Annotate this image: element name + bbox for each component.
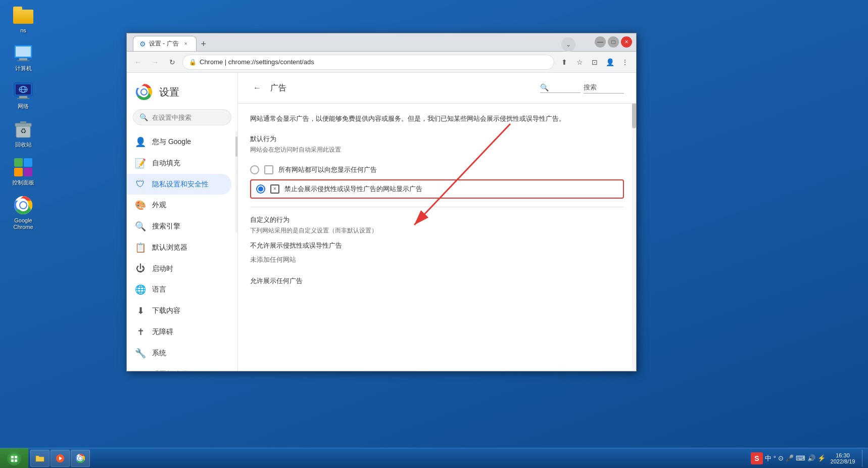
tray-icon-1: ° bbox=[774, 454, 776, 462]
svg-rect-10 bbox=[17, 98, 29, 99]
show-desktop[interactable] bbox=[862, 450, 865, 467]
divider bbox=[250, 207, 624, 207]
taskbar: S 中 ° ⊙ 🎤 ⌨ 🔊 ⚡ 16:30 2022/8/19 bbox=[0, 448, 868, 468]
sidebar-item-downloads[interactable]: ⬇ 下载内容 bbox=[127, 300, 231, 321]
back-button[interactable]: ← bbox=[131, 55, 145, 69]
sidebar-item-search-engine[interactable]: 🔍 搜索引擎 bbox=[127, 216, 231, 237]
sidebar-nav: 👤 您与 Google 📝 自动填充 🛡 隐私设置和安全性 🎨 外观 bbox=[127, 131, 237, 371]
taskbar-item-player[interactable] bbox=[51, 450, 70, 467]
option-allow-all-label: 所有网站都可以向您显示任何广告 bbox=[278, 165, 377, 174]
desktop-icon-ns[interactable]: ns bbox=[5, 5, 41, 34]
sidebar-item-reset[interactable]: ↺ 重置并清理 bbox=[127, 364, 231, 371]
tray-icon-3: 🎤 bbox=[786, 454, 794, 462]
taskbar-clock: 16:30 2022/8/19 bbox=[828, 452, 858, 464]
icon-label-recycle: 回收站 bbox=[15, 142, 32, 148]
sidebar-item-system[interactable]: 🔧 系统 bbox=[127, 343, 231, 364]
ads-body: 网站通常会显示广告，以便能够免费提供内容或服务。但是，我们已知某些网站会展示侵扰… bbox=[238, 104, 636, 299]
control-panel-icon bbox=[13, 157, 33, 177]
default-behavior-desc: 网站会在您访问时自动采用此设置 bbox=[250, 146, 624, 154]
svg-point-24 bbox=[141, 89, 147, 95]
svg-rect-9 bbox=[19, 96, 27, 98]
svg-rect-16 bbox=[24, 158, 32, 167]
close-button[interactable]: × bbox=[621, 36, 632, 48]
sidebar-item-autofill[interactable]: 📝 自动填充 bbox=[127, 153, 231, 174]
desktop-icon-network[interactable]: 网络 bbox=[5, 81, 41, 110]
folder-icon bbox=[13, 5, 33, 25]
settings-search-bar[interactable]: 🔍 bbox=[133, 109, 231, 125]
settings-title: 设置 bbox=[159, 85, 179, 99]
maximize-button[interactable]: □ bbox=[608, 36, 619, 48]
sidebar-item-appearance[interactable]: 🎨 外观 bbox=[127, 195, 231, 216]
account-button[interactable]: 👤 bbox=[603, 55, 617, 69]
ads-page-header: ← 广告 🔍 搜索 bbox=[238, 73, 636, 104]
checkbox-allow-all bbox=[264, 165, 273, 174]
address-bar[interactable]: 🔒 Chrome | chrome://settings/content/ads bbox=[182, 55, 554, 70]
person-icon: 👤 bbox=[135, 136, 146, 148]
start-button[interactable] bbox=[0, 448, 28, 469]
desktop-icon-computer[interactable]: 计算机 bbox=[5, 43, 41, 72]
bookmark-button[interactable]: ☆ bbox=[572, 55, 587, 69]
custom-behavior-label: 自定义的行为 bbox=[250, 215, 624, 224]
appearance-icon: 🎨 bbox=[135, 200, 146, 211]
clock-time: 16:30 bbox=[836, 452, 850, 458]
default-behavior-label: 默认行为 bbox=[250, 134, 624, 144]
desktop-icon-recycle[interactable]: ♻ 回收站 bbox=[5, 119, 41, 148]
radio-block-intrusive[interactable] bbox=[256, 184, 265, 194]
tray-icon-5: 🔊 bbox=[807, 454, 815, 462]
svg-rect-2 bbox=[19, 58, 27, 60]
search-icon: 🔍 bbox=[139, 113, 148, 121]
window-controls: — □ × bbox=[595, 36, 632, 48]
ads-search-label: 搜索 bbox=[584, 83, 624, 93]
svg-rect-13 bbox=[20, 121, 26, 124]
tab-favicon: ⚙ bbox=[139, 40, 146, 48]
sidebar-item-language[interactable]: 🌐 语言 bbox=[127, 279, 231, 300]
split-button[interactable]: ⊡ bbox=[588, 55, 602, 69]
sogou-icon[interactable]: S bbox=[751, 452, 763, 464]
checkbox-block-intrusive: × bbox=[270, 184, 279, 194]
clock-date: 2022/8/19 bbox=[831, 458, 855, 464]
svg-rect-29 bbox=[15, 456, 17, 458]
ads-search[interactable]: 🔍 搜索 bbox=[540, 83, 624, 93]
menu-button[interactable]: ⋮ bbox=[618, 55, 632, 69]
sidebar-item-privacy[interactable]: 🛡 隐私设置和安全性 bbox=[127, 174, 231, 195]
sidebar-item-default-browser[interactable]: 📋 默认浏览器 bbox=[127, 237, 231, 258]
tab-bar: ⚙ 设置 - 广告 × + bbox=[129, 33, 211, 51]
sidebar-item-google-account[interactable]: 👤 您与 Google bbox=[127, 131, 231, 153]
desktop-icon-control-panel[interactable]: 控制面板 bbox=[5, 157, 41, 186]
minimize-button[interactable]: — bbox=[595, 36, 606, 48]
chrome-logo bbox=[135, 83, 153, 101]
block-section-title: 不允许展示侵扰性或误导性广告 bbox=[250, 241, 624, 250]
taskbar-item-folder[interactable] bbox=[30, 450, 50, 467]
settings-header: 设置 bbox=[127, 78, 237, 109]
taskbar-item-chrome[interactable] bbox=[71, 450, 90, 467]
svg-rect-17 bbox=[14, 168, 23, 176]
ads-search-icon: 🔍 bbox=[540, 83, 581, 93]
tab-overflow-button[interactable]: ⌄ bbox=[561, 37, 575, 52]
ads-back-button[interactable]: ← bbox=[250, 81, 264, 95]
custom-behavior-section: 自定义的行为 下列网站采用的是自定义设置（而非默认设置） 不允许展示侵扰性或误导… bbox=[250, 215, 624, 286]
forward-button[interactable]: → bbox=[148, 55, 162, 69]
sidebar-item-startup[interactable]: ⏻ 启动时 bbox=[127, 258, 231, 279]
desktop-icon-chrome[interactable]: Google Chrome bbox=[5, 195, 41, 230]
block-empty-text: 未添加任何网站 bbox=[250, 253, 624, 266]
option-block-intrusive[interactable]: × 禁止会展示侵扰性或误导性广告的网站显示广告 bbox=[250, 179, 624, 199]
radio-allow-all[interactable] bbox=[250, 165, 259, 174]
desktop: ns 计算机 bbox=[0, 0, 868, 468]
active-tab[interactable]: ⚙ 设置 - 广告 × bbox=[133, 36, 197, 51]
settings-main: ← 广告 🔍 搜索 网站通常会显示广告，以便能够免费提供内容或服务。但是，我们已… bbox=[238, 73, 636, 371]
new-tab-button[interactable]: + bbox=[197, 37, 211, 51]
search-engine-icon: 🔍 bbox=[135, 221, 146, 232]
reload-button[interactable]: ↻ bbox=[165, 55, 179, 69]
settings-search-input[interactable] bbox=[152, 114, 237, 121]
computer-icon bbox=[13, 43, 33, 63]
svg-point-21 bbox=[20, 202, 26, 208]
taskbar-tray: S 中 ° ⊙ 🎤 ⌨ 🔊 ⚡ 16:30 2022/8/19 bbox=[748, 450, 868, 467]
main-scrollbar[interactable] bbox=[632, 73, 636, 371]
system-icon: 🔧 bbox=[135, 348, 146, 359]
share-button[interactable]: ⬆ bbox=[557, 55, 571, 69]
recycle-icon: ♻ bbox=[13, 119, 33, 139]
icon-label-control-panel: 控制面板 bbox=[12, 179, 34, 186]
tab-close-button[interactable]: × bbox=[182, 40, 190, 48]
sidebar-item-accessibility[interactable]: ✝ 无障碍 bbox=[127, 321, 231, 343]
option-allow-all[interactable]: 所有网站都可以向您显示任何广告 bbox=[250, 160, 624, 179]
